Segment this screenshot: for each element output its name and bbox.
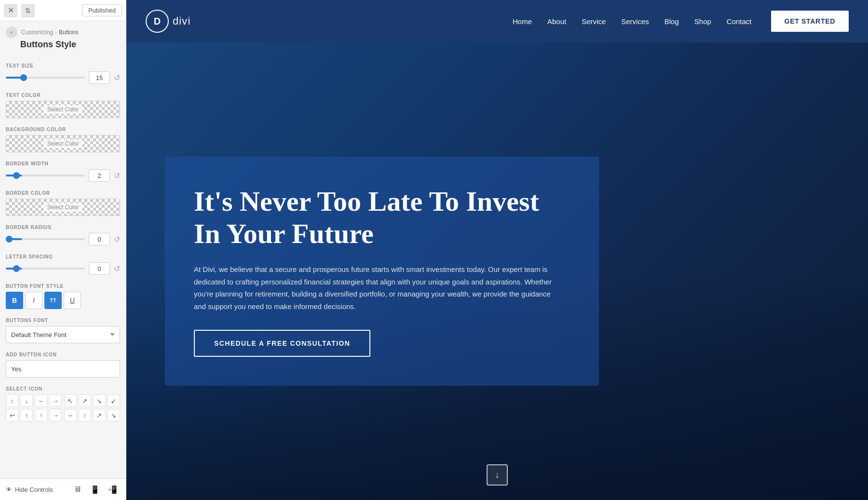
text-size-label: TEXT SIZE xyxy=(6,63,120,68)
buttons-font-select[interactable]: Default Theme Font xyxy=(6,326,120,343)
hero-section: It's Never Too Late To Invest In Your Fu… xyxy=(126,42,868,500)
bold-button[interactable]: B xyxy=(6,292,23,309)
breadcrumb-child: Buttons xyxy=(59,29,79,36)
nav-contact[interactable]: Contact xyxy=(727,17,752,26)
tablet-view-button[interactable]: 📱 xyxy=(87,483,103,496)
nav-shop[interactable]: Shop xyxy=(694,17,711,26)
hero-content: It's Never Too Late To Invest In Your Fu… xyxy=(126,42,868,500)
bg-color-picker-label: Select Color xyxy=(43,139,82,148)
icon-arrow-down[interactable]: ↓ xyxy=(20,394,33,407)
border-radius-reset[interactable]: ↺ xyxy=(114,235,120,244)
letter-spacing-slider[interactable] xyxy=(6,268,85,270)
border-radius-slider-row: 0 ↺ xyxy=(6,233,120,245)
published-badge[interactable]: Published xyxy=(82,4,122,16)
site-navbar: D divi Home About Service Services Blog … xyxy=(126,0,868,42)
sort-button[interactable]: ⇅ xyxy=(21,4,35,17)
border-width-label: BORDER WIDTH xyxy=(6,161,120,166)
nav-about[interactable]: About xyxy=(547,17,566,26)
logo-name: divi xyxy=(173,15,190,27)
button-font-style-label: BUTTON FONT STYLE xyxy=(6,284,120,289)
icon-arrow-upright[interactable]: ↗ xyxy=(79,394,91,407)
border-width-slider[interactable] xyxy=(6,175,85,176)
breadcrumb-separator: › xyxy=(55,29,57,36)
icon-up2[interactable]: ↑ xyxy=(20,409,33,421)
logo-circle: D xyxy=(146,10,169,33)
scroll-down-icon: ↓ xyxy=(495,470,500,480)
border-width-reset[interactable]: ↺ xyxy=(114,171,120,180)
icon-grid: ↑ ↓ ← → ↖ ↗ ↘ ↙ ↩ ↑ ↑ → ↔ ↑ ↗ ↘ xyxy=(6,394,120,421)
bg-color-label: BACKGROUND COLOR xyxy=(6,127,120,132)
breadcrumb: ‹ Customizing › Buttons xyxy=(0,21,126,39)
mobile-view-button[interactable]: 📲 xyxy=(105,483,120,496)
desktop-view-button[interactable]: 🖥 xyxy=(70,483,85,496)
border-width-slider-row: 2 ↺ xyxy=(6,169,120,182)
customizer-panel: ✕ ⇅ Published ‹ Customizing › Buttons Bu… xyxy=(0,0,126,500)
icon-placeholder[interactable]: ↘ xyxy=(108,409,120,421)
icon-up4[interactable]: ↑ xyxy=(79,409,91,421)
border-color-control: BORDER COLOR Select Color xyxy=(6,190,120,216)
controls-scroll-area: TEXT SIZE 15 ↺ TEXT COLOR Select Color B… xyxy=(0,55,126,478)
letter-spacing-input[interactable]: 0 xyxy=(89,262,110,275)
eye-icon: 👁 xyxy=(6,486,12,493)
back-button[interactable]: ‹ xyxy=(6,27,17,38)
button-font-style-control: BUTTON FONT STYLE B I TT U xyxy=(6,284,120,309)
select-icon-control: SELECT ICON ↑ ↓ ← → ↖ ↗ ↘ ↙ ↩ ↑ ↑ → ↔ ↑ … xyxy=(6,386,120,421)
close-button[interactable]: ✕ xyxy=(4,4,17,17)
add-button-icon-control: ADD BUTTON ICON Yes xyxy=(6,352,120,378)
hero-cta-button[interactable]: SCHEDULE A FREE CONSULTATION xyxy=(194,330,370,357)
text-size-reset[interactable]: ↺ xyxy=(114,73,120,82)
allcaps-button[interactable]: TT xyxy=(44,292,62,309)
text-color-picker-label: Select Color xyxy=(43,105,82,114)
site-logo: D divi xyxy=(146,10,190,33)
italic-button[interactable]: I xyxy=(25,292,42,309)
hero-subtitle: At Divi, we believe that a secure and pr… xyxy=(194,263,556,312)
border-radius-input[interactable]: 0 xyxy=(89,233,110,245)
icon-arrow-upleft[interactable]: ↖ xyxy=(64,394,77,407)
hero-card: It's Never Too Late To Invest In Your Fu… xyxy=(165,157,599,386)
hero-title: It's Never Too Late To Invest In Your Fu… xyxy=(194,186,565,250)
border-radius-label: BORDER RADIUS xyxy=(6,225,120,230)
text-size-input[interactable]: 15 xyxy=(89,71,110,84)
icon-return[interactable]: ↩ xyxy=(6,409,18,421)
letter-spacing-reset[interactable]: ↺ xyxy=(114,264,120,273)
underline-button[interactable]: U xyxy=(64,292,81,309)
border-color-picker[interactable]: Select Color xyxy=(6,199,120,216)
text-size-slider-row: 15 ↺ xyxy=(6,71,120,84)
view-buttons: 🖥 📱 📲 xyxy=(70,483,120,496)
border-color-picker-label: Select Color xyxy=(43,203,82,212)
add-button-icon-value[interactable]: Yes xyxy=(6,360,120,378)
icon-arrow-right[interactable]: → xyxy=(49,394,62,407)
icon-upright2[interactable]: ↗ xyxy=(93,409,106,421)
panel-bottom: 👁 Hide Controls 🖥 📱 📲 xyxy=(0,478,126,500)
nav-services[interactable]: Services xyxy=(621,17,649,26)
nav-home[interactable]: Home xyxy=(513,17,532,26)
hide-controls-label: Hide Controls xyxy=(15,486,53,493)
border-radius-slider[interactable] xyxy=(6,238,85,240)
text-color-label: TEXT COLOR xyxy=(6,93,120,98)
scroll-down-indicator[interactable]: ↓ xyxy=(487,464,508,486)
icon-arrow-downright[interactable]: ↘ xyxy=(93,394,106,407)
background-color-control: BACKGROUND COLOR Select Color xyxy=(6,127,120,152)
panel-topbar: ✕ ⇅ Published xyxy=(0,0,126,21)
border-color-label: BORDER COLOR xyxy=(6,190,120,196)
preview-area: D divi Home About Service Services Blog … xyxy=(126,0,868,500)
text-color-picker[interactable]: Select Color xyxy=(6,101,120,118)
border-width-control: BORDER WIDTH 2 ↺ xyxy=(6,161,120,182)
hide-controls-button[interactable]: 👁 Hide Controls xyxy=(6,486,53,493)
border-radius-control: BORDER RADIUS 0 ↺ xyxy=(6,225,120,245)
get-started-button[interactable]: GET STARTED xyxy=(771,11,849,32)
letter-spacing-label: LETTER SPACING xyxy=(6,254,120,259)
bg-color-picker[interactable]: Select Color xyxy=(6,135,120,152)
breadcrumb-parent: Customizing xyxy=(21,29,53,36)
icon-exchange[interactable]: ↔ xyxy=(64,409,77,421)
site-nav: Home About Service Services Blog Shop Co… xyxy=(513,17,752,26)
icon-arrow-up[interactable]: ↑ xyxy=(6,394,18,407)
icon-up3[interactable]: ↑ xyxy=(35,409,47,421)
icon-arrow-downleft[interactable]: ↙ xyxy=(108,394,120,407)
icon-right2[interactable]: → xyxy=(49,409,62,421)
icon-arrow-left[interactable]: ← xyxy=(35,394,47,407)
text-size-slider[interactable] xyxy=(6,77,85,79)
border-width-input[interactable]: 2 xyxy=(89,169,110,182)
nav-blog[interactable]: Blog xyxy=(665,17,679,26)
nav-service[interactable]: Service xyxy=(582,17,606,26)
